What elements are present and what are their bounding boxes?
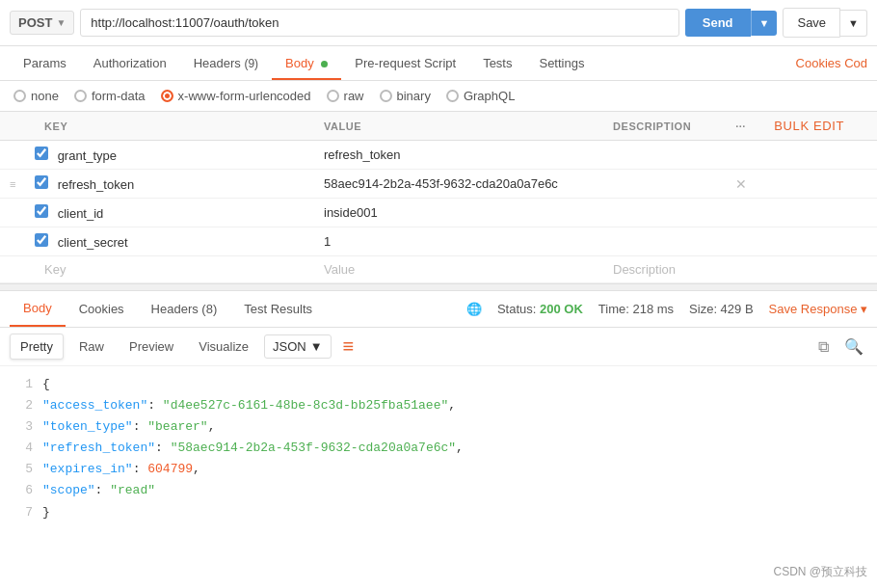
fmt-tab-preview[interactable]: Preview	[120, 334, 183, 359]
json-line: 5 "expires_in": 604799,	[13, 459, 864, 480]
row-checkbox[interactable]	[35, 233, 48, 247]
tab-headers[interactable]: Headers (9)	[180, 46, 272, 80]
time-value: 218 ms	[632, 302, 674, 316]
tab-body[interactable]: Body	[272, 46, 341, 80]
json-line: 6 "scope": "read"	[13, 480, 864, 501]
save-response-button[interactable]: Save Response ▾	[769, 302, 867, 316]
table-row: ≡ refresh_token58aec914-2b2a-453f-9632-c…	[0, 170, 877, 199]
json-body: 1{2 "access_token": "d4ee527c-6161-48be-…	[0, 366, 877, 531]
row-desc	[603, 199, 726, 227]
radio-raw-circle	[327, 90, 339, 102]
radio-urlencoded[interactable]: x-www-form-urlencoded	[161, 89, 311, 103]
save-btn-group: Save ▼	[783, 8, 867, 38]
col-bulk-edit[interactable]: Bulk Edit	[764, 112, 877, 141]
radio-urlencoded-label: x-www-form-urlencoded	[178, 89, 311, 103]
row-key: refresh_token	[58, 177, 135, 192]
send-btn-group: Send ▼	[685, 9, 778, 37]
row-value: 58aec914-2b2a-453f-9632-cda20a0a7e6c	[314, 170, 603, 199]
json-line: 7}	[13, 502, 864, 523]
row-checkbox[interactable]	[35, 175, 48, 189]
col-desc: DESCRIPTION	[603, 112, 726, 141]
table-row: client_secret1	[0, 227, 877, 256]
json-line: 4 "refresh_token": "58aec914-2b2a-453f-9…	[13, 438, 864, 459]
fmt-tab-raw[interactable]: Raw	[69, 334, 114, 359]
radio-graphql-label: GraphQL	[464, 89, 515, 103]
resp-tab-test-results[interactable]: Test Results	[230, 292, 326, 326]
tab-authorization[interactable]: Authorization	[80, 46, 180, 80]
radio-none-label: none	[31, 89, 59, 103]
row-checkbox[interactable]	[35, 147, 48, 160]
tab-pre-request[interactable]: Pre-request Script	[341, 46, 469, 80]
save-button[interactable]: Save	[783, 8, 840, 38]
size-label: Size: 429 B	[689, 302, 754, 316]
body-type-bar: none form-data x-www-form-urlencoded raw…	[0, 81, 877, 112]
radio-graphql[interactable]: GraphQL	[446, 89, 515, 103]
col-value: VALUE	[314, 112, 603, 141]
radio-raw-label: raw	[344, 89, 364, 103]
row-key: grant_type	[58, 148, 117, 163]
table-row-placeholder: KeyValueDescription	[0, 256, 877, 283]
row-checkbox[interactable]	[35, 204, 48, 218]
delete-row-button[interactable]: ✕	[735, 176, 747, 192]
json-line: 3 "token_type": "bearer",	[13, 416, 864, 438]
tab-settings[interactable]: Settings	[525, 46, 598, 80]
edit-row-icon: ≡	[10, 178, 15, 190]
radio-form-data[interactable]: form-data	[74, 89, 146, 103]
radio-graphql-circle	[446, 90, 459, 102]
table-row: grant_typerefresh_token	[0, 141, 877, 170]
copy-button[interactable]: ⧉	[814, 334, 833, 360]
row-desc	[603, 227, 726, 256]
json-line: 1{	[13, 374, 864, 395]
request-tabs: Params Authorization Headers (9) Body Pr…	[0, 46, 877, 81]
fmt-right-actions: ⧉ 🔍	[814, 334, 867, 360]
response-tabs: Body Cookies Headers (8) Test Results 🌐 …	[0, 291, 877, 328]
url-input[interactable]	[80, 9, 678, 37]
save-dropdown-button[interactable]: ▼	[840, 10, 867, 37]
params-table: KEY VALUE DESCRIPTION ··· Bulk Edit gran…	[0, 112, 877, 283]
tab-params[interactable]: Params	[10, 46, 80, 80]
send-dropdown-button[interactable]: ▼	[751, 11, 778, 36]
radio-binary[interactable]: binary	[380, 89, 431, 103]
status-value: 200 OK	[540, 302, 583, 316]
method-select[interactable]: POST ▼	[10, 11, 74, 35]
format-select-label: JSON	[273, 339, 306, 354]
time-label: Time: 218 ms	[598, 302, 674, 316]
resp-status: 🌐 Status: 200 OK Time: 218 ms Size: 429 …	[466, 302, 867, 316]
globe-icon: 🌐	[466, 302, 482, 316]
top-bar: POST ▼ Send ▼ Save ▼	[0, 0, 877, 46]
row-value: inside001	[314, 199, 603, 227]
search-button[interactable]: 🔍	[840, 334, 867, 360]
resp-tab-headers[interactable]: Headers (8)	[138, 292, 231, 326]
fmt-tab-pretty[interactable]: Pretty	[10, 334, 64, 360]
response-area: Body Cookies Headers (8) Test Results 🌐 …	[0, 291, 877, 531]
tab-tests[interactable]: Tests	[469, 46, 525, 80]
col-check	[0, 112, 35, 141]
row-value: 1	[314, 227, 603, 256]
row-desc	[603, 141, 726, 170]
send-button[interactable]: Send	[685, 9, 751, 37]
status-label: Status: 200 OK	[497, 302, 583, 316]
table-row: client_idinside001	[0, 199, 877, 227]
row-value: refresh_token	[314, 141, 603, 170]
radio-none[interactable]: none	[13, 89, 59, 103]
fmt-tab-visualize[interactable]: Visualize	[189, 334, 258, 359]
format-select[interactable]: JSON ▼	[264, 334, 332, 359]
radio-raw[interactable]: raw	[327, 89, 364, 103]
col-dots: ···	[726, 112, 764, 141]
row-desc	[603, 170, 726, 199]
radio-urlencoded-circle	[161, 90, 173, 102]
format-select-chevron: ▼	[310, 339, 323, 354]
resp-tab-cookies[interactable]: Cookies	[66, 292, 138, 326]
cookies-link[interactable]: Cookies Cod	[796, 56, 867, 70]
section-divider	[0, 283, 877, 291]
radio-form-data-circle	[74, 90, 87, 102]
radio-form-data-label: form-data	[92, 89, 146, 103]
radio-binary-circle	[380, 90, 392, 102]
size-value: 429 B	[721, 302, 754, 316]
row-key: client_id	[58, 206, 104, 221]
col-key: KEY	[35, 112, 314, 141]
method-label: POST	[18, 15, 52, 30]
resp-tab-body[interactable]: Body	[10, 291, 66, 327]
wrap-icon[interactable]: ≡	[343, 335, 355, 358]
format-bar: Pretty Raw Preview Visualize JSON ▼ ≡ ⧉ …	[0, 328, 877, 366]
